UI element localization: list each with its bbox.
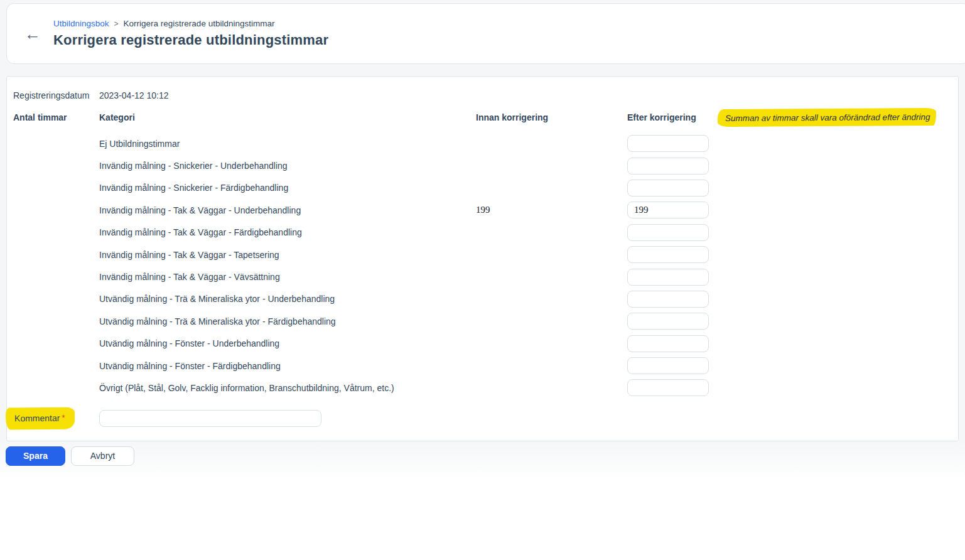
- after-input[interactable]: [627, 158, 709, 175]
- registration-date-value: 2023-04-12 10:12: [99, 90, 952, 100]
- after-input[interactable]: [627, 135, 709, 152]
- after-input[interactable]: [627, 379, 709, 396]
- category-label: Utvändig målning - Trä & Mineraliska yto…: [99, 316, 476, 326]
- after-cell: [627, 224, 709, 241]
- comment-input[interactable]: [99, 410, 321, 427]
- table-row: Utvändig målning - Trä & Mineraliska yto…: [13, 288, 952, 310]
- table-header-row: Antal timmar Kategori Innan korrigering …: [13, 112, 952, 127]
- after-cell: [627, 313, 709, 330]
- registration-date-row: Registreringsdatum 2023-04-12 10:12: [13, 89, 952, 102]
- category-label: Invändig målning - Tak & Väggar - Tapets…: [99, 250, 476, 260]
- table-row: Övrigt (Plåt, Stål, Golv, Facklig inform…: [13, 377, 952, 399]
- table-row: Invändig målning - Tak & Väggar - Tapets…: [13, 244, 952, 266]
- after-input[interactable]: [627, 269, 709, 286]
- action-buttons: Spara Avbryt: [6, 446, 965, 466]
- registration-date-label: Registreringsdatum: [13, 90, 99, 100]
- table-row: Invändig målning - Tak & Väggar - Färdig…: [13, 222, 952, 244]
- after-cell: [627, 180, 709, 197]
- category-label: Invändig målning - Snickerier - Färdigbe…: [99, 183, 476, 193]
- category-label: Invändig målning - Tak & Väggar - Vävsät…: [99, 272, 476, 282]
- after-cell: [627, 269, 709, 286]
- page-title: Korrigera registrerade utbildningstimmar: [53, 32, 328, 48]
- after-cell: [627, 135, 709, 152]
- comment-label-highlight: Kommentar*: [6, 407, 75, 430]
- comment-row: Kommentar*: [13, 407, 952, 431]
- column-header-hours: Antal timmar: [13, 112, 99, 122]
- breadcrumb-separator: >: [114, 19, 119, 28]
- table-row: Utvändig målning - Trä & Mineraliska yto…: [13, 310, 952, 332]
- table-row: Invändig målning - Snickerier - Färdigbe…: [13, 177, 952, 199]
- after-input[interactable]: [627, 180, 709, 197]
- after-cell: [627, 291, 709, 308]
- after-input[interactable]: [627, 335, 709, 352]
- table-row: Invändig målning - Tak & Väggar - Vävsät…: [13, 266, 952, 288]
- category-label: Invändig målning - Snickerier - Underbeh…: [99, 161, 476, 171]
- after-input[interactable]: [627, 357, 709, 374]
- category-label: Utvändig målning - Fönster - Underbehand…: [99, 338, 476, 348]
- sum-unchanged-note: Summan av timmar skall vara oförändrad e…: [718, 108, 937, 127]
- before-value: 199: [476, 205, 627, 215]
- table-row: Utvändig målning - Fönster - Underbehand…: [13, 333, 952, 355]
- breadcrumb-current: Korrigera registrerade utbildningstimmar: [124, 19, 275, 28]
- breadcrumb: Utbildningsbok > Korrigera registrerade …: [53, 19, 328, 28]
- form-card: Registreringsdatum 2023-04-12 10:12 Anta…: [6, 76, 959, 441]
- breadcrumb-link-utbildningsbok[interactable]: Utbildningsbok: [53, 19, 109, 28]
- category-label: Utvändig målning - Trä & Mineraliska yto…: [99, 294, 476, 304]
- after-input[interactable]: [627, 246, 709, 263]
- header-text-block: Utbildningsbok > Korrigera registrerade …: [53, 19, 328, 48]
- after-cell: [627, 246, 709, 263]
- category-label: Utvändig målning - Fönster - Färdigbehan…: [99, 361, 476, 371]
- after-cell: [627, 357, 709, 374]
- after-input[interactable]: [627, 291, 709, 308]
- column-header-after: Efter korrigering: [627, 112, 709, 122]
- after-input[interactable]: [627, 202, 709, 218]
- table-row: Utvändig målning - Fönster - Färdigbehan…: [13, 355, 952, 377]
- category-label: Övrigt (Plåt, Stål, Golv, Facklig inform…: [99, 383, 476, 393]
- column-header-category: Kategori: [99, 112, 476, 122]
- category-label: Ej Utbildningstimmar: [99, 139, 476, 149]
- table-row: Invändig målning - Snickerier - Underbeh…: [13, 154, 952, 176]
- after-cell: [627, 335, 709, 352]
- after-input[interactable]: [627, 313, 709, 330]
- after-cell: [627, 379, 709, 396]
- category-label: Invändig målning - Tak & Väggar - Underb…: [99, 205, 476, 215]
- table-row: Invändig målning - Tak & Väggar - Underb…: [13, 199, 952, 221]
- page-header-card: ← Utbildningsbok > Korrigera registrerad…: [6, 3, 965, 64]
- category-rows: Ej Utbildningstimmar Invändig målning - …: [13, 132, 952, 399]
- category-label: Invändig målning - Tak & Väggar - Färdig…: [99, 227, 476, 237]
- column-header-before: Innan korrigering: [476, 112, 627, 122]
- after-input[interactable]: [627, 224, 709, 241]
- after-cell: [627, 158, 709, 175]
- comment-label: Kommentar: [14, 413, 60, 424]
- after-cell: [627, 202, 709, 218]
- cancel-button[interactable]: Avbryt: [71, 446, 134, 466]
- table-row: Ej Utbildningstimmar: [13, 132, 952, 154]
- back-arrow-icon[interactable]: ←: [24, 26, 41, 42]
- required-asterisk: *: [62, 413, 65, 423]
- save-button[interactable]: Spara: [6, 446, 65, 466]
